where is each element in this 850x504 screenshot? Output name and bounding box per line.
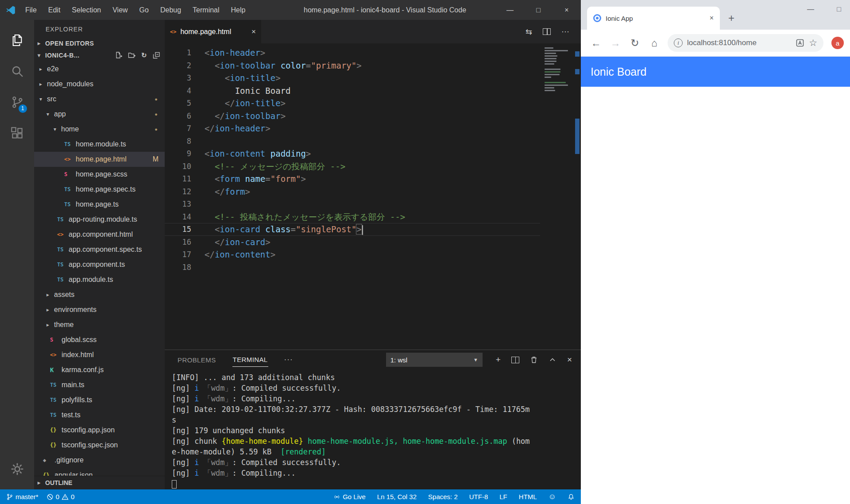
code-line-2[interactable]: 2 <ion-toolbar color="primary"> (165, 59, 540, 72)
tree-item-main.ts[interactable]: TSmain.ts (34, 377, 165, 392)
tree-item-index.html[interactable]: <>index.html (34, 347, 165, 362)
minimap[interactable] (545, 47, 570, 95)
code-line-10[interactable]: 10 <!-- メッセージの投稿部分 --> (165, 160, 540, 173)
terminal-select[interactable]: 1: wsl ▼ (386, 353, 483, 367)
tab-close-icon[interactable]: × (251, 27, 256, 36)
url-text[interactable]: localhost:8100/home (687, 38, 791, 47)
code-line-7[interactable]: 7</ion-header> (165, 122, 540, 135)
kill-terminal-icon[interactable] (530, 356, 538, 364)
go-live-button[interactable]: Go Live (333, 493, 366, 500)
split-editor-icon[interactable] (543, 28, 551, 35)
new-terminal-icon[interactable]: + (496, 356, 501, 364)
tree-item-app-routing.module.ts[interactable]: TSapp-routing.module.ts (34, 212, 165, 227)
code-editor[interactable]: 1<ion-header>2 <ion-toolbar color="prima… (165, 43, 581, 350)
source-control-icon[interactable]: 1 (6, 88, 29, 116)
tree-item-src[interactable]: ▾src● (34, 92, 165, 107)
menu-go[interactable]: Go (134, 0, 155, 20)
tree-item-environments[interactable]: ▸environments (34, 302, 165, 317)
tree-item-assets[interactable]: ▸assets (34, 287, 165, 302)
home-icon[interactable]: ⌂ (645, 34, 663, 52)
forward-icon[interactable]: → (607, 34, 624, 52)
maximize-panel-icon[interactable] (549, 356, 556, 364)
code-line-9[interactable]: 9<ion-content padding> (165, 147, 540, 160)
tree-item-home.page.spec.ts[interactable]: TShome.page.spec.ts (34, 182, 165, 197)
translate-icon[interactable] (796, 38, 804, 47)
refresh-icon[interactable]: ↻ (141, 51, 147, 59)
new-folder-icon[interactable] (128, 51, 136, 59)
code-line-4[interactable]: 4 Ionic Board (165, 85, 540, 97)
outline-section[interactable]: ▸ OUTLINE (34, 476, 165, 489)
menu-file[interactable]: File (19, 0, 42, 20)
tree-item-theme[interactable]: ▸theme (34, 317, 165, 332)
reload-icon[interactable]: ↻ (626, 34, 644, 52)
close-panel-icon[interactable]: × (567, 356, 572, 364)
code-line-18[interactable]: 18 (165, 261, 540, 274)
tree-item-global.scss[interactable]: Sglobal.scss (34, 332, 165, 347)
git-branch-status[interactable]: master* (6, 493, 39, 500)
browser-tab-ionic-app[interactable]: Ionic App × (587, 7, 720, 30)
menu-terminal[interactable]: Terminal (187, 0, 225, 20)
feedback-smiley-icon[interactable]: ☺ (549, 492, 556, 501)
notifications-bell-icon[interactable] (568, 493, 575, 500)
tree-item-node-modules[interactable]: ▸node_modules (34, 77, 165, 92)
tree-item-app.component.spec.ts[interactable]: TSapp.component.spec.ts (34, 242, 165, 257)
tree-item-home.module.ts[interactable]: TShome.module.ts (34, 137, 165, 152)
new-file-icon[interactable] (115, 51, 123, 59)
indentation-status[interactable]: Spaces: 2 (428, 493, 458, 500)
menu-help[interactable]: Help (225, 0, 251, 20)
split-terminal-icon[interactable] (511, 357, 519, 363)
tree-item-app[interactable]: ▾app● (34, 107, 165, 122)
tree-item-e2e[interactable]: ▸e2e (34, 62, 165, 77)
collapse-all-icon[interactable] (152, 51, 160, 59)
code-line-16[interactable]: 16 </ion-card> (165, 236, 540, 249)
menu-view[interactable]: View (107, 0, 133, 20)
site-info-icon[interactable]: i (674, 38, 683, 47)
code-line-5[interactable]: 5 </ion-title> (165, 97, 540, 110)
code-line-1[interactable]: 1<ion-header> (165, 46, 540, 59)
language-status[interactable]: HTML (519, 493, 537, 500)
tree-item-angular.json[interactable]: {}angular.json (34, 468, 165, 476)
project-section[interactable]: ▾ IONIC4-B... ↻ (34, 49, 165, 62)
code-line-3[interactable]: 3 <ion-title> (165, 72, 540, 85)
tree-item-test.ts[interactable]: TStest.ts (34, 408, 165, 423)
eol-status[interactable]: LF (499, 493, 507, 500)
menu-selection[interactable]: Selection (66, 0, 107, 20)
problems-status[interactable]: 0 0 (46, 493, 75, 500)
back-icon[interactable]: ← (587, 34, 605, 52)
tree-item-app.component.ts[interactable]: TSapp.component.ts (34, 257, 165, 272)
search-icon[interactable] (6, 57, 29, 85)
tree-item-home.page.scss[interactable]: Shome.page.scss (34, 167, 165, 182)
tree-item-home.page.html[interactable]: <>home.page.htmlM (34, 152, 165, 167)
tree-item-home.page.ts[interactable]: TShome.page.ts (34, 197, 165, 212)
maximize-button[interactable]: □ (832, 5, 846, 13)
address-bar[interactable]: i localhost:8100/home ☆ (668, 34, 823, 52)
tree-item-karma.conf.js[interactable]: Kkarma.conf.js (34, 362, 165, 377)
code-line-17[interactable]: 17</ion-content> (165, 248, 540, 261)
tab-problems[interactable]: PROBLEMS (177, 353, 216, 367)
minimize-button[interactable]: — (804, 5, 817, 13)
tree-item-app.component.html[interactable]: <>app.component.html (34, 227, 165, 242)
tab-terminal[interactable]: TERMINAL (232, 353, 268, 367)
code-line-6[interactable]: 6 </ion-toolbar> (165, 110, 540, 123)
profile-avatar[interactable]: a (831, 37, 844, 49)
encoding-status[interactable]: UTF-8 (469, 493, 488, 500)
code-line-11[interactable]: 11 <form name="form"> (165, 173, 540, 185)
terminal-output[interactable]: [INFO] ... and 173 additional chunks[ng]… (165, 369, 581, 489)
code-line-15[interactable]: 15 <ion-card class="singlePost"> (165, 223, 540, 236)
tree-item-app.module.ts[interactable]: TSapp.module.ts (34, 272, 165, 287)
more-actions-icon[interactable]: ··· (561, 27, 569, 36)
menu-edit[interactable]: Edit (42, 0, 66, 20)
open-editors-section[interactable]: ▸ OPEN EDITORS (34, 38, 165, 49)
maximize-button[interactable]: □ (524, 0, 552, 20)
close-button[interactable]: × (552, 0, 581, 20)
overview-ruler[interactable] (574, 43, 581, 350)
new-tab-button[interactable]: + (723, 10, 739, 26)
code-line-8[interactable]: 8 (165, 135, 540, 148)
menu-debug[interactable]: Debug (155, 0, 187, 20)
panel-more-icon[interactable]: ··· (284, 355, 293, 364)
code-line-13[interactable]: 13 (165, 198, 540, 211)
code-line-14[interactable]: 14 <!-- 投稿されたメッセージを表示する部分 --> (165, 211, 540, 223)
extensions-icon[interactable] (6, 119, 29, 147)
tab-home-page-html[interactable]: <> home.page.html × (165, 20, 261, 43)
tree-item-tsconfig.app.json[interactable]: {}tsconfig.app.json (34, 423, 165, 438)
